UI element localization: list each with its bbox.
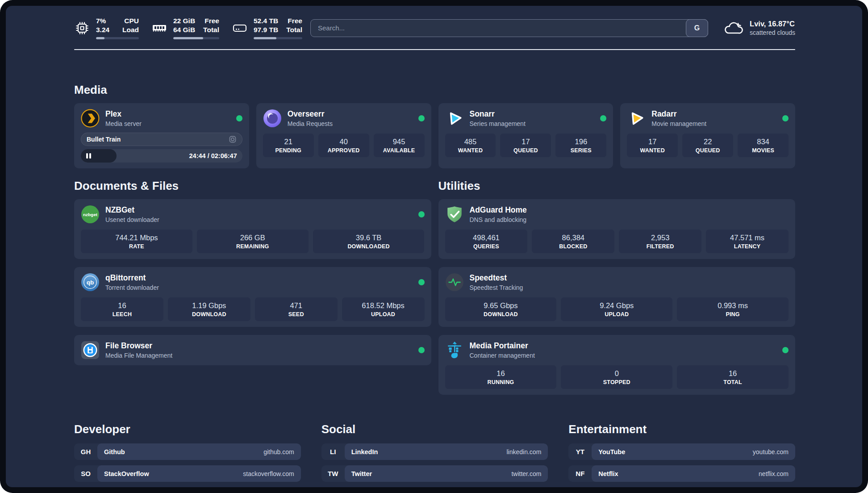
app-subtitle: DNS and adblocking bbox=[470, 216, 527, 223]
developer-section-title: Developer bbox=[74, 422, 301, 436]
sonarr-icon bbox=[445, 109, 464, 128]
status-dot bbox=[600, 115, 606, 121]
app-card-filebrowser[interactable]: File Browser Media File Management bbox=[74, 335, 431, 365]
app-name: AdGuard Home bbox=[470, 205, 527, 215]
app-card-nzbget[interactable]: nzbget NZBGet Usenet downloader 744.21 M… bbox=[74, 199, 431, 259]
stat-download: 1.19 Gbps DOWNLOAD bbox=[168, 297, 250, 321]
disk-total-label: Total bbox=[286, 25, 302, 34]
qbittorrent-icon: qb bbox=[81, 273, 100, 292]
app-subtitle: Container management bbox=[470, 352, 535, 359]
status-dot bbox=[418, 279, 425, 285]
app-card-qbittorrent[interactable]: qb qBittorrent Torrent downloader 16 LEE… bbox=[74, 267, 431, 327]
dashboard: 7% 3.24 CPU Load bbox=[6, 6, 862, 487]
header-divider bbox=[74, 49, 795, 50]
ram-stat: 22 GiB 64 GiB Free Total bbox=[151, 17, 219, 39]
bookmark-netflix[interactable]: NF Netflix netflix.com bbox=[568, 465, 795, 482]
status-dot bbox=[782, 347, 789, 353]
stat-queued: 17 QUEUED bbox=[500, 134, 551, 157]
stat-ping: 0.993 ms PING bbox=[677, 297, 789, 321]
search-engine-button[interactable]: G bbox=[686, 19, 708, 37]
cpu-progress-fill bbox=[96, 37, 104, 39]
stat-downloaded: 39.6 TB DOWNLOADED bbox=[313, 230, 425, 253]
bookmark-group-developer: Developer GH Github github.com SO StackO… bbox=[74, 422, 301, 487]
stat-movies: 834 MOVIES bbox=[738, 134, 789, 157]
radarr-icon bbox=[627, 109, 646, 128]
app-card-speedtest[interactable]: Speedtest Speedtest Tracking 9.65 Gbps D… bbox=[438, 267, 796, 327]
bookmark-url: linkedin.com bbox=[507, 448, 542, 455]
cpu-stat: 7% 3.24 CPU Load bbox=[74, 17, 139, 39]
app-name: Overseerr bbox=[288, 109, 333, 119]
entertainment-section-title: Entertainment bbox=[568, 422, 795, 436]
app-card-adguard[interactable]: AdGuard Home DNS and adblocking 498,461 … bbox=[438, 199, 796, 259]
bookmark-url: stackoverflow.com bbox=[243, 470, 294, 477]
media-type-icon bbox=[229, 135, 237, 143]
disk-total-value: 97.9 TB bbox=[254, 25, 278, 34]
app-subtitle: Series management bbox=[470, 120, 526, 127]
system-stats: 7% 3.24 CPU Load bbox=[74, 17, 302, 39]
bookmark-name: Github bbox=[104, 448, 125, 455]
app-name: Sonarr bbox=[470, 109, 526, 119]
app-card-sonarr[interactable]: Sonarr Series management 485 WANTED 17 Q… bbox=[438, 103, 613, 168]
app-subtitle: Usenet downloader bbox=[105, 216, 159, 223]
app-name: NZBGet bbox=[105, 205, 159, 215]
stat-pending: 21 PENDING bbox=[263, 134, 314, 157]
bookmark-github[interactable]: GH Github github.com bbox=[74, 443, 301, 460]
bookmark-url: github.com bbox=[263, 448, 294, 455]
app-card-portainer[interactable]: Media Portainer Container management 16 … bbox=[438, 335, 796, 395]
ram-progress-fill bbox=[173, 37, 203, 39]
bookmark-url: netflix.com bbox=[759, 470, 789, 477]
filebrowser-icon bbox=[81, 341, 100, 359]
stat-leech: 16 LEECH bbox=[81, 297, 163, 321]
speedtest-icon bbox=[445, 273, 464, 292]
player-time: 24:44 / 02:06:47 bbox=[189, 152, 237, 159]
bookmark-youtube[interactable]: YT YouTube youtube.com bbox=[568, 443, 795, 460]
disk-free-value: 52.4 TB bbox=[254, 17, 278, 25]
bookmark-url: youtube.com bbox=[753, 448, 789, 455]
search-bar: G bbox=[310, 19, 708, 37]
adguard-icon bbox=[445, 205, 464, 224]
player-progress-row[interactable]: 24:44 / 02:06:47 bbox=[81, 149, 242, 163]
svg-text:nzbget: nzbget bbox=[83, 212, 98, 217]
now-playing-row: Bullet Train bbox=[81, 133, 242, 146]
stat-filtered: 2,953 FILTERED bbox=[619, 230, 701, 253]
bookmark-linkedin[interactable]: LI LinkedIn linkedin.com bbox=[321, 443, 548, 460]
app-subtitle: Movie management bbox=[651, 120, 706, 127]
stat-seed: 471 SEED bbox=[255, 297, 338, 321]
app-subtitle: Speedtest Tracking bbox=[470, 284, 523, 291]
bookmark-name: YouTube bbox=[598, 448, 625, 455]
stat-stopped: 0 STOPPED bbox=[561, 365, 672, 389]
app-name: Speedtest bbox=[470, 273, 523, 283]
app-card-plex[interactable]: Plex Media server Bullet Train bbox=[74, 103, 249, 168]
media-section-title: Media bbox=[74, 83, 795, 97]
stat-queries: 498,461 QUERIES bbox=[445, 230, 528, 253]
portainer-icon bbox=[445, 341, 464, 359]
app-subtitle: Media File Management bbox=[105, 352, 172, 359]
disk-progress-fill bbox=[254, 37, 276, 39]
bookmark-group-social: Social LI LinkedIn linkedin.com TW Twitt… bbox=[321, 422, 548, 487]
search-input[interactable] bbox=[310, 19, 708, 37]
stat-running: 16 RUNNING bbox=[445, 365, 557, 389]
cpu-usage-label: CPU bbox=[124, 17, 139, 25]
bookmark-abbr: TW bbox=[321, 465, 345, 482]
ram-icon bbox=[151, 21, 167, 36]
app-subtitle: Media server bbox=[105, 120, 142, 127]
bookmark-twitter[interactable]: TW Twitter twitter.com bbox=[321, 465, 548, 482]
app-subtitle: Torrent downloader bbox=[105, 284, 159, 291]
weather-widget[interactable]: Lviv, 16.87°C scattered clouds bbox=[723, 20, 795, 36]
stat-series: 196 SERIES bbox=[555, 134, 606, 157]
ram-total-label: Total bbox=[203, 25, 219, 34]
stat-approved: 40 APPROVED bbox=[318, 134, 369, 157]
disk-free-label: Free bbox=[288, 17, 302, 25]
app-name: qBittorrent bbox=[105, 273, 159, 283]
app-card-radarr[interactable]: Radarr Movie management 17 WANTED 22 QUE… bbox=[620, 103, 795, 168]
cpu-usage-value: 7% bbox=[96, 17, 109, 25]
bookmark-stackoverflow[interactable]: SO StackOverflow stackoverflow.com bbox=[74, 465, 301, 482]
stat-upload: 618.52 Mbps UPLOAD bbox=[342, 297, 425, 321]
pause-icon[interactable] bbox=[86, 153, 91, 159]
weather-location-temp: Lviv, 16.87°C bbox=[750, 20, 795, 28]
stat-blocked: 86,384 BLOCKED bbox=[532, 230, 614, 253]
app-card-overseerr[interactable]: Overseerr Media Requests 21 PENDING 40 A… bbox=[256, 103, 431, 168]
bookmark-url: twitter.com bbox=[511, 470, 541, 477]
ram-progress-track bbox=[173, 37, 219, 39]
disk-stat: 52.4 TB 97.9 TB Free Total bbox=[232, 17, 302, 39]
